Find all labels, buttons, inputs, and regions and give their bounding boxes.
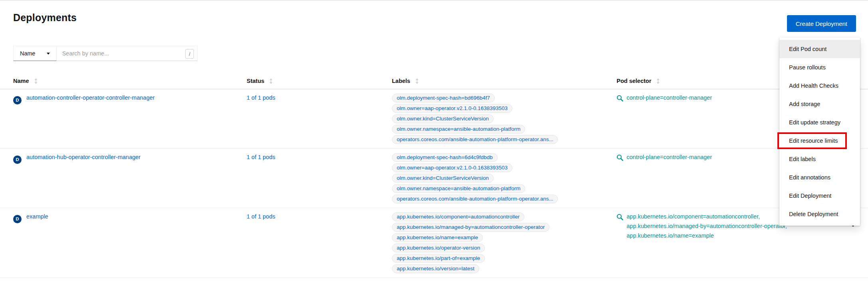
table-row: D automation-hub-operator-controller-man… (0, 149, 868, 208)
name-cell: D automation-controller-operator-control… (0, 89, 247, 110)
sort-icon[interactable] (415, 78, 419, 84)
deployment-resource-badge: D (13, 155, 22, 164)
sort-icon[interactable] (34, 78, 38, 84)
menu-item-pause-rollouts[interactable]: Pause rollouts (779, 58, 860, 77)
magnifier-icon (617, 154, 623, 162)
menu-item-edit-update-strategy[interactable]: Edit update strategy (779, 113, 860, 132)
labels-cell: app.kubernetes.io/component=automationco… (392, 208, 617, 277)
deployment-name-link[interactable]: example (26, 213, 48, 220)
sort-icon[interactable] (656, 78, 660, 84)
create-deployment-button[interactable]: Create Deployment (787, 15, 856, 32)
deployment-resource-badge: D (13, 96, 22, 104)
menu-item-edit-labels[interactable]: Edit labels (779, 150, 860, 168)
pod-selector-link[interactable]: app.kubernetes.io/managed-by=automationc… (627, 223, 787, 229)
label-chip[interactable]: app.kubernetes.io/part-of=example (392, 254, 485, 263)
column-header-labels-label: Labels (392, 78, 410, 84)
menu-item-add-health-checks[interactable]: Add Health Checks (779, 77, 860, 95)
table-row: D automation-controller-operator-control… (0, 89, 868, 149)
label-chip[interactable]: app.kubernetes.io/name=example (392, 233, 483, 242)
menu-item-edit-annotations[interactable]: Edit annotations (779, 168, 860, 187)
column-header-status[interactable]: Status (247, 74, 392, 89)
caret-down-icon (47, 53, 50, 55)
top-divider (0, 0, 868, 0)
column-header-labels[interactable]: Labels (392, 74, 617, 89)
status-cell: 1 of 1 pods (247, 208, 392, 225)
search-field: / (57, 46, 198, 61)
label-chip[interactable]: olm.owner.kind=ClusterServiceVersion (392, 114, 494, 123)
deployment-resource-badge: D (13, 215, 22, 223)
label-chip[interactable]: olm.owner=aap-operator.v2.1.0-0.16383935… (392, 104, 512, 113)
pod-selector-lines: control-plane=controller-manager (627, 94, 712, 103)
label-chip[interactable]: app.kubernetes.io/version=latest (392, 264, 479, 273)
pod-selector-link[interactable]: control-plane=controller-manager (627, 94, 712, 101)
menu-item-edit-resource-limits[interactable]: Edit resource limits (779, 132, 860, 150)
label-chip[interactable]: olm.owner.namespace=ansible-automation-p… (392, 184, 525, 193)
page-title: Deployments (13, 12, 868, 24)
search-input[interactable] (57, 46, 197, 61)
pod-selector-lines: control-plane=controller-manager (627, 154, 712, 162)
label-chip[interactable]: operators.coreos.com/ansible-automation-… (392, 195, 558, 203)
filter-type-dropdown[interactable]: Name (13, 46, 57, 61)
sort-icon[interactable] (269, 78, 273, 84)
deployments-page: Deployments Create Deployment Name / Nam… (0, 0, 868, 305)
label-chip[interactable]: olm.deployment-spec-hash=6d4c9fdbdb (392, 153, 498, 162)
pods-status-link[interactable]: 1 of 1 pods (247, 154, 275, 160)
column-header-status-label: Status (247, 78, 264, 84)
column-header-name[interactable]: Name (0, 74, 247, 89)
label-chip[interactable]: app.kubernetes.io/component=automationco… (392, 213, 524, 221)
pod-selector-link[interactable]: control-plane=controller-manager (627, 154, 712, 160)
magnifier-icon (617, 95, 623, 103)
menu-item-add-storage[interactable]: Add storage (779, 95, 860, 113)
table-row: D example 1 of 1 pods app.kubernetes.io/… (0, 208, 868, 278)
status-cell: 1 of 1 pods (247, 89, 392, 106)
deployment-name-link[interactable]: automation-controller-operator-controlle… (26, 94, 155, 101)
label-chip[interactable]: app.kubernetes.io/operator-version (392, 244, 485, 252)
filter-toolbar: Name / (13, 46, 198, 61)
actions-dropdown-menu: Edit Pod count Pause rollouts Add Health… (779, 37, 860, 226)
column-header-pod-selector-label: Pod selector (617, 78, 651, 84)
pods-status-link[interactable]: 1 of 1 pods (247, 213, 275, 220)
status-cell: 1 of 1 pods (247, 149, 392, 165)
table-header: Name Status Labels Pod selector (0, 74, 868, 89)
slash-shortcut-badge: / (185, 49, 194, 59)
label-chip[interactable]: operators.coreos.com/ansible-automation-… (392, 135, 558, 144)
labels-cell: olm.deployment-spec-hash=bd696b4f7 olm.o… (392, 89, 617, 148)
labels-cell: olm.deployment-spec-hash=6d4c9fdbdb olm.… (392, 149, 617, 208)
label-chip[interactable]: app.kubernetes.io/managed-by=automationc… (392, 223, 550, 232)
label-chip[interactable]: olm.deployment-spec-hash=bd696b4f7 (392, 94, 495, 102)
column-header-name-label: Name (13, 78, 29, 84)
menu-item-edit-deployment[interactable]: Edit Deployment (779, 187, 860, 205)
menu-item-edit-pod-count[interactable]: Edit Pod count (779, 40, 860, 58)
label-chip[interactable]: olm.owner.namespace=ansible-automation-p… (392, 125, 525, 134)
label-chip[interactable]: olm.owner=aap-operator.v2.1.0-0.16383935… (392, 163, 512, 172)
pods-status-link[interactable]: 1 of 1 pods (247, 94, 275, 101)
menu-item-delete-deployment[interactable]: Delete Deployment (779, 205, 860, 223)
pod-selector-lines: app.kubernetes.io/component=automationco… (627, 213, 787, 239)
deployment-name-link[interactable]: automation-hub-operator-controller-manag… (26, 154, 140, 160)
pod-selector-link[interactable]: app.kubernetes.io/component=automationco… (627, 213, 787, 220)
filter-type-label: Name (20, 50, 36, 57)
name-cell: D automation-hub-operator-controller-man… (0, 149, 247, 169)
magnifier-icon (617, 214, 623, 239)
label-chip[interactable]: olm.owner.kind=ClusterServiceVersion (392, 174, 494, 183)
name-cell: D example (0, 208, 247, 228)
pod-selector-link[interactable]: app.kubernetes.io/name=example (627, 232, 787, 239)
